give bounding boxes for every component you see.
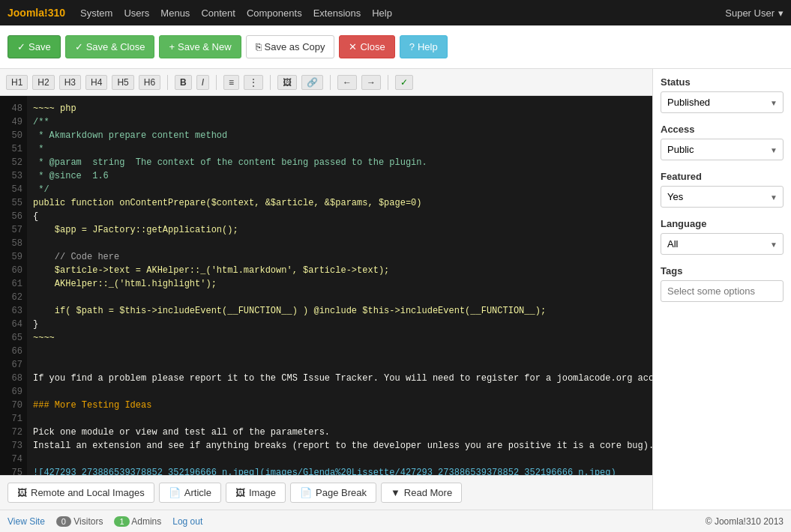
- code-line: Pick one module or view and test all of …: [33, 426, 646, 439]
- editor-toolbar: H1 H2 H3 H4 H5 H6 B I ≡ ⋮ 🖼 🔗 ← → ✓: [0, 69, 652, 96]
- status-select-wrapper: Published Unpublished Archived Trashed: [661, 91, 784, 113]
- heading2-btn[interactable]: H2: [32, 75, 54, 90]
- code-line: /**: [33, 115, 646, 129]
- save-close-icon: ✓: [75, 41, 83, 52]
- save-new-label: Save & New: [178, 41, 232, 52]
- nav-items: System Users Menus Content Components Ex…: [80, 7, 392, 19]
- nav-help[interactable]: Help: [372, 7, 392, 19]
- user-dropdown-icon[interactable]: ▾: [778, 7, 784, 19]
- code-content[interactable]: ~~~~ php/** * Akmarkdown prepare content…: [27, 96, 652, 475]
- status-field: Status Published Unpublished Archived Tr…: [661, 76, 784, 113]
- logout-link[interactable]: Log out: [172, 516, 202, 527]
- code-line: }: [33, 318, 646, 331]
- code-line: if( $path = $this->includeEvent(__FUNCTI…: [33, 304, 646, 318]
- admins-section: 1 Admins: [114, 516, 161, 527]
- line-number: 60: [4, 264, 22, 277]
- heading3-btn[interactable]: H3: [59, 75, 81, 90]
- code-line: AKHelper::_('html.highlight');: [33, 277, 646, 291]
- save-new-button[interactable]: + Save & New: [159, 35, 241, 58]
- nav-system[interactable]: System: [80, 7, 112, 19]
- save-close-button[interactable]: ✓ Save & Close: [65, 35, 155, 58]
- ordered-list-btn[interactable]: ⋮: [244, 75, 263, 90]
- save-copy-button[interactable]: ⎘ Save as Copy: [246, 35, 335, 58]
- italic-btn[interactable]: I: [196, 75, 209, 90]
- code-line: If you find a problem please report it t…: [33, 372, 646, 385]
- nav-content[interactable]: Content: [201, 7, 235, 19]
- link-btn[interactable]: 🔗: [301, 75, 323, 90]
- line-number: 65: [4, 331, 22, 345]
- nav-left: Joomla!310 System Users Menus Content Co…: [7, 7, 392, 19]
- line-number: 73: [4, 439, 22, 453]
- status-label: Status: [661, 76, 784, 88]
- featured-label: Featured: [661, 171, 784, 182]
- image-button[interactable]: 🖼 Image: [226, 483, 286, 503]
- editor-area: H1 H2 H3 H4 H5 H6 B I ≡ ⋮ 🖼 🔗 ← → ✓ 4849…: [0, 69, 652, 510]
- close-label: Close: [360, 41, 385, 52]
- line-number: 48: [4, 102, 22, 115]
- heading1-btn[interactable]: H1: [6, 75, 28, 90]
- divider3: [270, 75, 271, 90]
- admins-count-badge: 1: [114, 516, 129, 527]
- language-field: Language All English (UK): [661, 218, 784, 255]
- code-line: */: [33, 183, 646, 196]
- featured-select[interactable]: Yes No: [661, 186, 784, 208]
- access-select[interactable]: Public Guest Registered Special Super Us…: [661, 139, 784, 160]
- nav-extensions[interactable]: Extensions: [313, 7, 361, 19]
- save-button[interactable]: ✓ Save: [7, 35, 61, 58]
- copyright: © Joomla!310 2013: [706, 516, 784, 527]
- save-copy-label: Save as Copy: [265, 41, 325, 52]
- code-line: ![427293_273886539378852_352196666_n.jpe…: [33, 466, 646, 475]
- nav-components[interactable]: Components: [247, 7, 302, 19]
- help-button[interactable]: ? Help: [400, 35, 448, 58]
- arrow-right-btn[interactable]: →: [361, 75, 381, 90]
- arrow-left-btn[interactable]: ←: [337, 75, 357, 90]
- language-label: Language: [661, 218, 784, 229]
- view-site-link[interactable]: View Site: [7, 516, 45, 527]
- tags-label: Tags: [661, 265, 784, 276]
- tags-input[interactable]: [661, 280, 784, 302]
- line-number: 62: [4, 291, 22, 304]
- close-icon: ✕: [349, 41, 357, 52]
- article-label: Article: [184, 487, 211, 498]
- article-button[interactable]: 📄 Article: [159, 483, 221, 503]
- divider2: [216, 75, 217, 90]
- code-line: *: [33, 142, 646, 156]
- line-number: 49: [4, 115, 22, 129]
- heading5-btn[interactable]: H5: [112, 75, 133, 90]
- page-break-button[interactable]: 📄 Page Break: [290, 483, 376, 503]
- divider5: [388, 75, 388, 90]
- image-btn[interactable]: 🖼: [277, 75, 297, 90]
- heading4-btn[interactable]: H4: [85, 75, 107, 90]
- code-line: [33, 345, 646, 358]
- line-number: 63: [4, 304, 22, 318]
- read-more-button[interactable]: ▼ Read More: [381, 483, 462, 503]
- image-icon: 🖼: [235, 487, 245, 498]
- code-line: [33, 291, 646, 304]
- close-button[interactable]: ✕ Close: [339, 35, 394, 58]
- visitors-count-badge: 0: [56, 516, 71, 527]
- image-label: Image: [249, 487, 276, 498]
- bold-btn[interactable]: B: [175, 75, 192, 90]
- save-copy-icon: ⎘: [256, 41, 262, 52]
- status-bar-left: View Site 0 Visitors 1 Admins Log out: [7, 516, 202, 527]
- line-number: 72: [4, 426, 22, 439]
- nav-users[interactable]: Users: [124, 7, 149, 19]
- remote-images-label: Remote and Local Images: [31, 487, 145, 498]
- line-number: 68: [4, 372, 22, 385]
- line-number: 58: [4, 237, 22, 250]
- brand-logo[interactable]: Joomla!310: [7, 7, 65, 19]
- unordered-list-btn[interactable]: ≡: [223, 75, 239, 90]
- heading6-btn[interactable]: H6: [139, 75, 160, 90]
- nav-menus[interactable]: Menus: [160, 7, 190, 19]
- check-btn[interactable]: ✓: [395, 75, 413, 90]
- language-select[interactable]: All English (UK): [661, 233, 784, 255]
- code-editor[interactable]: 4849505152535455565758596061626364656667…: [0, 96, 652, 475]
- line-number: 75: [4, 466, 22, 475]
- line-number: 64: [4, 318, 22, 331]
- remote-images-button[interactable]: 🖼 Remote and Local Images: [7, 483, 154, 503]
- user-menu[interactable]: Super User ▾: [725, 7, 784, 19]
- code-line: [33, 237, 646, 250]
- status-select[interactable]: Published Unpublished Archived Trashed: [661, 91, 784, 113]
- language-select-wrapper: All English (UK): [661, 233, 784, 255]
- visitors-label: Visitors: [73, 516, 103, 527]
